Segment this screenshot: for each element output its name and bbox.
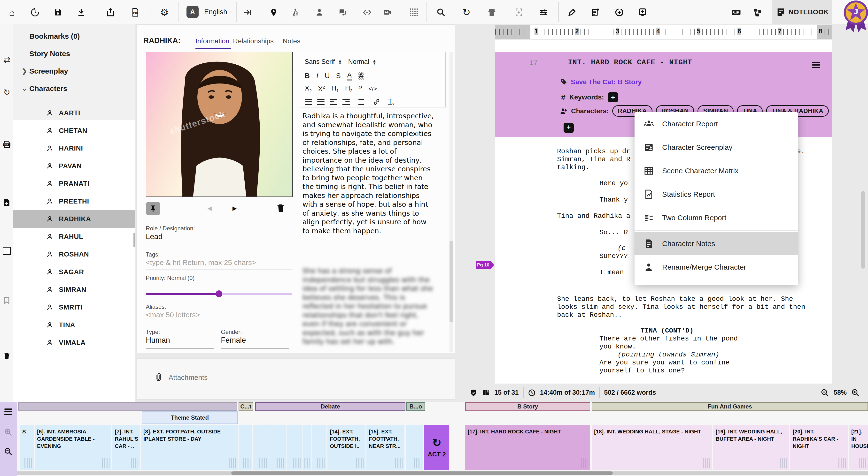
paragraph-style-select[interactable]: Normal▲▼	[348, 58, 376, 66]
scene-card[interactable]: [6]. INT. AMBROSIA GARDENSIDE TABLE - EV…	[35, 425, 112, 470]
character-list-item[interactable]: HARINI	[13, 139, 135, 157]
refresh-icon[interactable]: ↻	[2, 88, 11, 97]
sidebar-item-story-notes[interactable]: Story Notes	[13, 46, 135, 62]
next-photo-button[interactable]: ►	[231, 204, 238, 212]
ordered-list-button[interactable]	[305, 99, 312, 105]
home-icon[interactable]: ⌂	[6, 7, 18, 18]
tab-information[interactable]: Information	[195, 37, 229, 45]
action-walk-icon[interactable]	[289, 7, 301, 18]
note-add-icon[interactable]	[590, 7, 601, 18]
insert-scene-icon[interactable]	[513, 7, 524, 18]
character-person-icon[interactable]	[314, 7, 325, 18]
history-icon[interactable]	[29, 7, 40, 18]
highlight-color-button[interactable]: A	[358, 72, 364, 80]
tags-input[interactable]: <type & hit Return, max 25 chars>	[146, 259, 256, 267]
heading1-button[interactable]: H1	[331, 84, 339, 93]
add-document-icon[interactable]	[2, 198, 11, 207]
bold-button[interactable]: B	[305, 72, 310, 80]
share-icon[interactable]	[105, 7, 116, 18]
tab-relationships[interactable]: Relationships	[233, 37, 274, 45]
scene-card[interactable]: [15]. EXT. FOOTPATH, NEAR STR...	[366, 425, 404, 470]
strikethrough-button[interactable]: S	[336, 72, 341, 80]
action-line[interactable]: She leans back, to let Roshan take a goo…	[557, 295, 793, 303]
add-character-button[interactable]: +	[564, 123, 574, 133]
menu-item-character-screenplay[interactable]: Character Screenplay	[634, 136, 798, 159]
beat-block[interactable]	[18, 402, 237, 411]
character-list-item[interactable]: AARTI	[13, 104, 135, 122]
character-list-item[interactable]: TINA	[13, 316, 135, 334]
dialogue-line[interactable]: Are you sure you want to confine	[599, 359, 730, 367]
refresh-icon[interactable]: ↻	[461, 7, 472, 18]
subscript-button[interactable]: X2	[305, 84, 312, 93]
scene-card[interactable]	[239, 425, 252, 470]
blank-square-icon[interactable]	[2, 246, 11, 256]
dialogue-line[interactable]: you know.	[599, 343, 636, 351]
character-list-item[interactable]: RAHUL	[13, 228, 135, 245]
menu-item-character-notes[interactable]: Character Notes	[634, 232, 798, 255]
timeline-menu-icon[interactable]	[4, 408, 12, 416]
dialogue-line[interactable]: Thank y	[599, 196, 628, 204]
scene-card[interactable]	[253, 425, 269, 470]
italic-button[interactable]: I	[316, 72, 318, 80]
scene-card[interactable]	[303, 425, 311, 470]
aliases-input[interactable]: <max 50 letters>	[146, 311, 200, 319]
dialogue-line[interactable]: yourself to this one?	[599, 367, 685, 375]
theme-stated-block[interactable]: Theme Stated	[142, 411, 238, 424]
character-description[interactable]: Radhika is a thoughtful, introspective, …	[303, 112, 434, 235]
heading2-button[interactable]: H2	[345, 84, 352, 93]
more-grid-icon[interactable]	[408, 7, 420, 18]
scene-card[interactable]: [7]. INT. RAHUL'S CAR - ..	[113, 425, 140, 470]
user-award-badge[interactable]: J	[843, 0, 868, 33]
action-line[interactable]: talking.	[557, 164, 589, 171]
beat-tag[interactable]: Save The Cat: B Story	[571, 78, 642, 86]
role-field[interactable]: Lead	[146, 232, 162, 241]
bookmark-icon[interactable]	[2, 296, 11, 305]
timeline-zoom-in-icon[interactable]	[4, 428, 12, 437]
underline-button[interactable]: U	[325, 72, 330, 80]
download-icon[interactable]	[75, 7, 87, 18]
character-list-item[interactable]: VIMALA	[13, 334, 135, 351]
attachments-section[interactable]: Attachments	[136, 358, 455, 400]
sidebar-scrollbar[interactable]	[133, 233, 135, 247]
tab-notes[interactable]: Notes	[283, 37, 300, 45]
action-line[interactable]: looks slim and sexy. Tina looks at herse…	[557, 303, 805, 311]
character-list-item[interactable]: PREETHI	[13, 192, 135, 210]
action-line[interactable]: back at Roshan..	[557, 311, 622, 319]
language-label[interactable]: English	[204, 8, 227, 16]
character-list-item[interactable]: ROSHAN	[13, 245, 135, 263]
menu-item-two-column-report[interactable]: Two Column Report	[634, 206, 798, 229]
add-box-icon[interactable]	[637, 7, 648, 18]
beat-block[interactable]: B...o	[406, 402, 425, 411]
scene-card[interactable]: [14]. EXT. FOOTPATH, OUTSIDE I..	[328, 425, 366, 470]
scene-card-selected[interactable]: [17]. INT. HARD ROCK CAFE - NIGHT	[465, 425, 590, 470]
location-pin-icon[interactable]	[268, 7, 279, 18]
beat-block[interactable]: B Story	[465, 402, 590, 411]
action-line[interactable]: Simran, Tina and R	[557, 156, 630, 163]
indent-button[interactable]	[342, 99, 350, 105]
dialogue-line[interactable]: I mean	[599, 269, 624, 276]
parenthetical-code-icon[interactable]	[362, 7, 373, 18]
action-line[interactable]: Tina and Radhika a	[557, 212, 630, 220]
sidebar-item-screenplay[interactable]: ❯ Screenplay	[13, 63, 135, 79]
menu-item-scene-character-matrix[interactable]: Scene Character Matrix	[634, 159, 798, 182]
scene-heading[interactable]: INT. HARD ROCK CAFE - NIGHT	[568, 58, 692, 67]
notebook-tab[interactable]: NOTEBOOK	[772, 0, 832, 24]
scene-card[interactable]: [21]. IN HOUSE	[849, 425, 868, 470]
align-button[interactable]	[359, 99, 364, 105]
clear-formatting-button[interactable]: Tx	[388, 97, 394, 106]
goto-end-icon[interactable]	[242, 7, 253, 18]
scene-card[interactable]: S	[20, 425, 34, 470]
scene-card[interactable]: [20]. INT. RADHIKA'S CAR - NIGHT	[790, 425, 848, 470]
language-chip[interactable]: A	[186, 6, 198, 18]
pdf-export-icon[interactable]: PDF	[2, 140, 11, 149]
link-icon[interactable]	[373, 98, 380, 105]
character-list-item[interactable]: SMRITI	[13, 298, 135, 316]
code-block-button[interactable]: </>	[369, 86, 377, 92]
page-marker[interactable]: Pg 16	[476, 261, 491, 269]
character-list-item[interactable]: SAGAR	[13, 263, 135, 281]
add-circle-icon[interactable]	[614, 7, 625, 18]
menu-item-character-report[interactable]: Character Report	[634, 112, 798, 136]
dialogue-chat-icon[interactable]	[337, 7, 348, 18]
character-list-item[interactable]: PAVAN	[13, 157, 135, 175]
zoom-level[interactable]: 58%	[834, 389, 847, 396]
